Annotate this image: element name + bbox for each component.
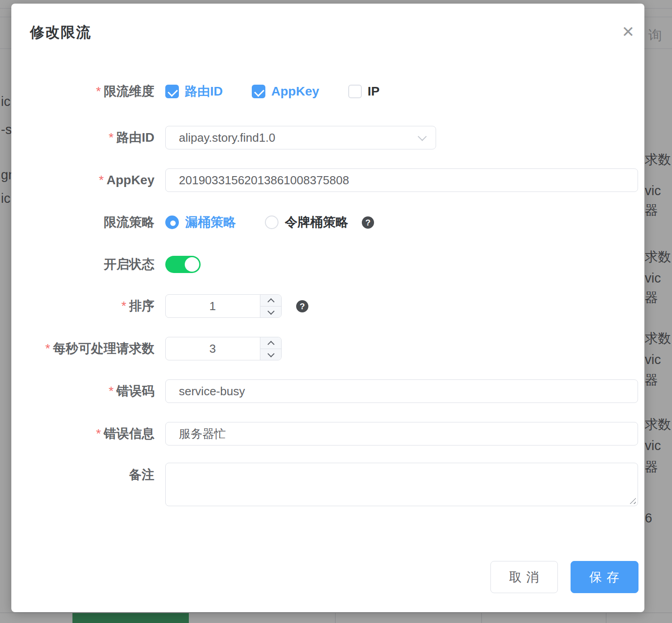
dialog-title: 修改限流 (30, 23, 91, 43)
radio-icon[interactable] (165, 216, 179, 229)
required-mark: * (45, 341, 50, 355)
field-label: *AppKey (11, 173, 165, 187)
checkbox-label[interactable]: AppKey (271, 84, 319, 99)
field-label: *路由ID (11, 129, 165, 146)
qps-number-input (165, 337, 282, 360)
field-row-route-id: *路由ID alipay.story.find1.0 (11, 126, 638, 149)
sort-number-input (165, 294, 282, 318)
radio-label[interactable]: 令牌桶策略 (285, 214, 348, 231)
chevron-down-icon (418, 132, 427, 141)
cancel-button[interactable]: 取 消 (490, 561, 558, 593)
field-label: 备注 (11, 463, 165, 484)
stepper-down-button[interactable] (260, 349, 281, 360)
required-mark: * (121, 299, 126, 313)
radio-leaky-bucket[interactable]: 漏桶策略 (165, 214, 236, 231)
field-label: *每秒可处理请求数 (11, 340, 165, 357)
appkey-input[interactable] (165, 168, 638, 192)
field-label: 限流策略 (11, 214, 165, 231)
checkbox-ip[interactable]: IP (348, 84, 379, 99)
checkbox-appkey[interactable]: AppKey (252, 84, 319, 99)
field-row-enabled: 开启状态 (11, 256, 638, 273)
checkbox-check-icon[interactable] (165, 85, 179, 98)
field-row-error-code: *错误码 (11, 379, 638, 403)
field-label: 开启状态 (11, 256, 165, 273)
field-label: *错误信息 (11, 425, 165, 442)
checkbox-route-id[interactable]: 路由ID (165, 83, 223, 100)
stepper-up-button[interactable] (260, 295, 281, 307)
field-row-strategy: 限流策略 漏桶策略 令牌桶策略 ? (11, 215, 638, 230)
stepper-down-button[interactable] (260, 307, 281, 318)
field-label: *错误码 (11, 383, 165, 400)
field-row-appkey: *AppKey (11, 168, 638, 192)
route-id-select[interactable]: alipay.story.find1.0 (165, 126, 436, 149)
chevron-up-icon (268, 341, 275, 348)
checkbox-label[interactable]: 路由ID (185, 83, 223, 100)
checkbox-box-icon[interactable] (348, 85, 362, 98)
required-mark: * (99, 173, 104, 187)
route-id-selected-value: alipay.story.find1.0 (179, 131, 275, 145)
save-button[interactable]: 保 存 (571, 561, 638, 593)
close-icon[interactable]: ✕ (618, 22, 638, 42)
enabled-toggle[interactable] (165, 256, 201, 273)
field-row-dimension: *限流维度 路由ID AppKey IP (11, 84, 638, 99)
checkbox-label[interactable]: IP (368, 84, 379, 99)
field-label: *排序 (11, 297, 165, 315)
number-steppers (260, 295, 281, 317)
field-row-error-message: *错误信息 (11, 422, 638, 446)
radio-token-bucket[interactable]: 令牌桶策略 (265, 214, 348, 231)
error-message-input[interactable] (165, 422, 638, 446)
required-mark: * (109, 384, 114, 398)
required-mark: * (109, 130, 114, 144)
field-row-sort: *排序 ? (11, 294, 638, 318)
required-mark: * (96, 84, 101, 98)
radio-icon[interactable] (265, 216, 278, 229)
strategy-radio-group: 漏桶策略 令牌桶策略 (165, 214, 348, 231)
checkbox-check-icon[interactable] (252, 85, 265, 98)
required-mark: * (96, 427, 101, 441)
dimension-checkbox-group: 路由ID AppKey IP (165, 83, 379, 100)
remark-textarea[interactable] (165, 463, 638, 506)
chevron-down-icon (268, 307, 275, 315)
help-icon[interactable]: ? (362, 216, 374, 229)
error-code-input[interactable] (165, 379, 638, 403)
remark-textarea-wrap (165, 463, 638, 506)
field-label: *限流维度 (11, 83, 165, 100)
chevron-up-icon (268, 298, 275, 306)
toggle-knob (185, 257, 199, 272)
field-row-qps: *每秒可处理请求数 (11, 337, 638, 360)
help-icon[interactable]: ? (296, 300, 308, 312)
number-steppers (260, 337, 281, 360)
chevron-down-icon (268, 350, 275, 357)
field-row-remark: 备注 (11, 463, 638, 506)
edit-rate-limit-dialog: 修改限流 ✕ *限流维度 路由ID AppKey IP *路由ID alipay… (11, 4, 644, 612)
stepper-up-button[interactable] (260, 337, 281, 349)
radio-label[interactable]: 漏桶策略 (185, 214, 236, 231)
